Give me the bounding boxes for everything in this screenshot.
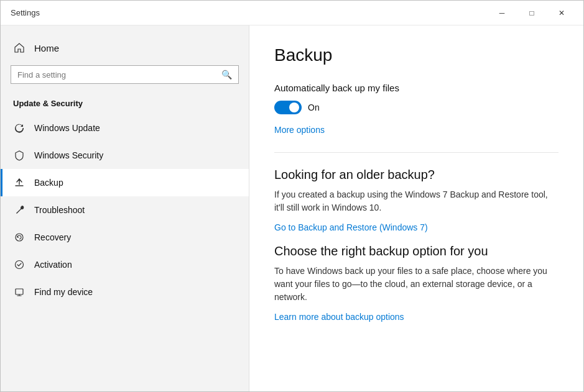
maximize-button[interactable]: □	[517, 3, 546, 23]
sidebar-item-label: Find my device	[34, 287, 93, 297]
search-input[interactable]	[17, 70, 221, 80]
sidebar-item-windows-security[interactable]: Windows Security	[1, 142, 249, 169]
home-icon	[13, 42, 25, 54]
title-bar: Settings ─ □ ✕	[1, 1, 583, 25]
backup-icon	[13, 176, 25, 189]
sidebar-item-label: Troubleshoot	[34, 205, 85, 215]
svg-rect-2	[16, 289, 23, 294]
wrench-icon	[13, 204, 25, 216]
auto-backup-label: Automatically back up my files	[274, 83, 559, 93]
divider-1	[274, 152, 559, 153]
settings-window: Settings ─ □ ✕ Home 🔍	[0, 0, 584, 392]
choose-option-title: Choose the right backup option for you	[274, 244, 559, 258]
sidebar-item-backup[interactable]: Backup	[1, 169, 249, 196]
shield-icon	[13, 149, 25, 162]
close-button[interactable]: ✕	[547, 3, 576, 23]
toggle-knob	[289, 103, 299, 112]
sidebar-item-home[interactable]: Home	[1, 35, 249, 60]
sidebar-item-label: Backup	[34, 178, 63, 188]
device-icon	[13, 286, 25, 298]
older-backup-title: Looking for an older backup?	[274, 168, 559, 182]
home-label: Home	[34, 43, 59, 53]
sidebar-item-find-my-device[interactable]: Find my device	[1, 278, 249, 306]
choose-option-text: To have Windows back up your files to a …	[274, 265, 559, 304]
minimize-button[interactable]: ─	[488, 3, 516, 23]
sidebar-item-label: Activation	[34, 260, 72, 270]
more-options-link[interactable]: More options	[274, 125, 325, 135]
learn-more-link[interactable]: Learn more about backup options	[274, 312, 404, 322]
recovery-icon	[13, 231, 25, 244]
sidebar-item-label: Recovery	[34, 232, 71, 242]
search-icon: 🔍	[221, 70, 232, 80]
window-title: Settings	[11, 8, 40, 17]
go-to-backup-link[interactable]: Go to Backup and Restore (Windows 7)	[274, 222, 428, 232]
svg-point-0	[16, 234, 23, 241]
sidebar-section-header: Update & Security	[1, 94, 249, 114]
refresh-icon	[13, 122, 25, 134]
search-box[interactable]: 🔍	[11, 65, 239, 84]
window-controls: ─ □ ✕	[488, 3, 576, 23]
sidebar-item-troubleshoot[interactable]: Troubleshoot	[1, 196, 249, 224]
page-title: Backup	[274, 45, 559, 65]
svg-point-1	[16, 261, 24, 269]
older-backup-text: If you created a backup using the Window…	[274, 188, 559, 214]
sidebar-item-windows-update[interactable]: Windows Update	[1, 114, 249, 142]
sidebar-item-activation[interactable]: Activation	[1, 251, 249, 278]
sidebar-item-label: Windows Security	[34, 150, 103, 160]
main-area: Home 🔍 Update & Security Windows Update	[1, 25, 583, 391]
toggle-row: On	[274, 101, 559, 114]
check-circle-icon	[13, 258, 25, 271]
sidebar-item-label: Windows Update	[34, 123, 100, 133]
main-content: Backup Automatically back up my files On…	[249, 25, 583, 391]
auto-backup-toggle[interactable]	[274, 101, 302, 114]
sidebar-item-recovery[interactable]: Recovery	[1, 224, 249, 251]
sidebar: Home 🔍 Update & Security Windows Update	[1, 25, 249, 391]
toggle-state-label: On	[308, 103, 320, 112]
